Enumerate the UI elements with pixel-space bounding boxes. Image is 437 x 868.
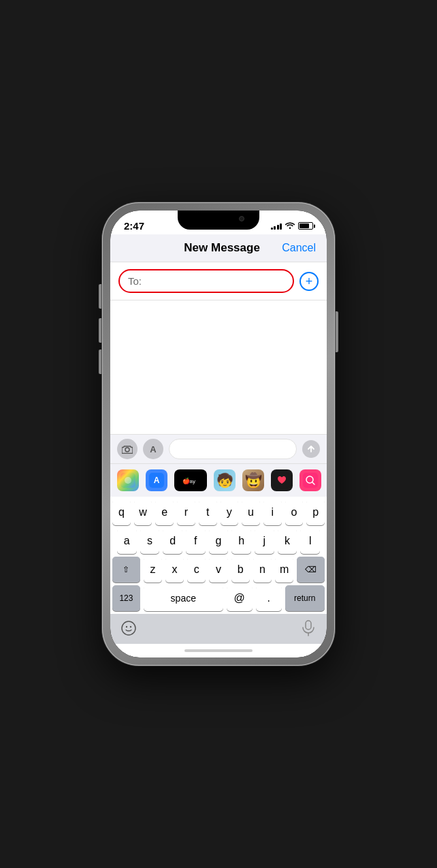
key-x[interactable]: x [165, 557, 184, 583]
key-h[interactable]: h [231, 528, 251, 554]
key-e[interactable]: e [155, 499, 174, 525]
phone-inner: 2:47 [110, 211, 327, 657]
key-d[interactable]: d [163, 528, 182, 554]
svg-point-12 [122, 621, 135, 635]
home-indicator [110, 644, 327, 657]
nav-bar: New Message Cancel [110, 234, 327, 262]
key-t[interactable]: t [199, 499, 217, 525]
keyboard-row-3: ⇧ z x c v b n m ⌫ [110, 554, 327, 583]
key-v[interactable]: v [209, 557, 227, 583]
period-key[interactable]: . [256, 585, 282, 611]
memoji2-icon[interactable]: 🤠 [242, 469, 264, 491]
emoji-button[interactable] [118, 618, 139, 638]
key-p[interactable]: p [306, 499, 325, 525]
key-c[interactable]: c [187, 557, 206, 583]
appstore-icon[interactable]: A [146, 469, 167, 491]
photos-icon[interactable] [117, 469, 139, 491]
keyboard-row-2: a s d f g h j k l [110, 525, 327, 554]
applepay-icon[interactable]: Pay 🍎 [174, 469, 207, 491]
key-l[interactable]: l [300, 528, 320, 554]
svg-point-0 [125, 448, 129, 452]
wifi-icon [285, 221, 295, 230]
return-key[interactable]: return [285, 585, 325, 611]
key-n[interactable]: n [253, 557, 272, 583]
home-bar [184, 649, 253, 652]
svg-point-14 [130, 626, 131, 627]
status-time: 2:47 [124, 220, 144, 232]
to-field-wrapper: To: [118, 269, 294, 293]
at-key[interactable]: @ [227, 585, 253, 611]
key-g[interactable]: g [209, 528, 229, 554]
key-a[interactable]: a [117, 528, 137, 554]
camera-dot [239, 216, 244, 221]
battery-icon [298, 222, 313, 230]
key-i[interactable]: i [263, 499, 282, 525]
svg-point-2 [125, 477, 131, 484]
signal-icon [271, 222, 282, 230]
phone-frame: 2:47 [102, 202, 335, 666]
to-label: To: [128, 275, 142, 287]
nav-title: New Message [184, 241, 260, 255]
key-o[interactable]: o [285, 499, 304, 525]
svg-text:A: A [154, 476, 160, 485]
add-recipient-button[interactable]: + [300, 272, 319, 291]
apps-button[interactable]: A [143, 439, 163, 459]
recipient-input[interactable] [144, 275, 285, 287]
key-q[interactable]: q [112, 499, 131, 525]
delete-key[interactable]: ⌫ [297, 557, 325, 583]
message-area[interactable] [110, 300, 327, 434]
to-field-container: To: + [110, 262, 327, 300]
key-b[interactable]: b [231, 557, 250, 583]
app-icons-row: A Pay 🍎 🧒 🤠 [110, 463, 327, 497]
keyboard-row-1: q w e r t y u i o p [110, 497, 327, 525]
space-key[interactable]: space [144, 585, 223, 611]
key-m[interactable]: m [275, 557, 293, 583]
key-y[interactable]: y [221, 499, 239, 525]
heart-icon[interactable] [271, 469, 293, 491]
svg-rect-15 [306, 621, 311, 630]
key-z[interactable]: z [144, 557, 162, 583]
keyboard-row-4: 123 space @ . return [110, 583, 327, 614]
camera-button[interactable] [117, 439, 137, 459]
key-r[interactable]: r [177, 499, 195, 525]
memoji1-icon[interactable]: 🧒 [214, 469, 236, 491]
send-button[interactable] [302, 440, 320, 458]
cancel-button[interactable]: Cancel [282, 242, 316, 254]
key-u[interactable]: u [242, 499, 260, 525]
key-j[interactable]: j [255, 528, 274, 554]
screen: 2:47 [110, 211, 327, 657]
mic-button[interactable] [298, 618, 319, 638]
key-k[interactable]: k [278, 528, 297, 554]
message-toolbar: A [110, 434, 327, 463]
svg-rect-9 [303, 473, 318, 488]
svg-text:🍎: 🍎 [182, 477, 191, 485]
key-f[interactable]: f [186, 528, 206, 554]
status-icons [271, 221, 314, 230]
svg-point-13 [126, 626, 127, 627]
search-globe-icon[interactable] [300, 469, 321, 491]
numbers-key[interactable]: 123 [112, 585, 140, 611]
keyboard-bottom-row [110, 614, 327, 644]
key-s[interactable]: s [140, 528, 160, 554]
key-w[interactable]: w [134, 499, 152, 525]
message-input-bar[interactable] [169, 439, 297, 459]
shift-key[interactable]: ⇧ [112, 557, 140, 583]
notch [178, 211, 259, 230]
